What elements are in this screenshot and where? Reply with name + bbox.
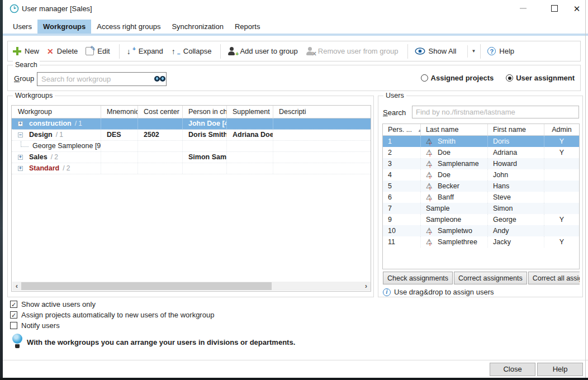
user-row[interactable]: 6 ⚠!Banff Steve <box>383 192 579 203</box>
scroll-left-icon[interactable]: ‹ <box>12 282 21 291</box>
workgroup-search-input[interactable] <box>37 72 167 86</box>
checkbox-checked-icon: ✓ <box>10 311 17 319</box>
column-header-mnemonic[interactable]: Mnemonic <box>101 106 138 118</box>
warning-icon: ⚠! <box>426 193 434 201</box>
show-active-users-checkbox[interactable]: ✓ Show active users only <box>10 300 96 308</box>
show-all-button[interactable]: Show All <box>415 47 457 55</box>
delete-x-icon: ✕ <box>47 47 54 56</box>
column-header-first-name[interactable]: First name <box>488 124 544 135</box>
column-header-supplement[interactable]: Supplement <box>227 106 273 118</box>
plus-icon <box>13 47 21 55</box>
column-header-cost-center[interactable]: Cost center <box>138 106 183 118</box>
column-header-last-name[interactable]: Last name <box>421 124 488 135</box>
edit-button[interactable]: ✎ Edit <box>86 47 110 55</box>
user-search-input[interactable] <box>412 106 579 118</box>
minimize-button[interactable] <box>514 0 533 17</box>
column-header-person-in-charge[interactable]: Person in charge <box>183 106 227 118</box>
expand-plus-icon[interactable]: + <box>18 166 23 171</box>
expand-button[interactable]: ↓+ Expand <box>126 47 163 56</box>
user-row[interactable]: 11 ⚠!Samplethree Jacky Y <box>383 236 579 248</box>
scrollbar-thumb[interactable] <box>21 282 272 290</box>
info-icon: i <box>383 288 391 296</box>
add-user-icon: + <box>227 47 236 55</box>
maximize-icon <box>551 5 558 12</box>
toolbar-separator <box>480 44 481 59</box>
column-header-workgroup[interactable]: Workgroup <box>12 106 101 118</box>
toolbar-separator <box>407 44 408 59</box>
scrollbar-track[interactable] <box>21 282 362 291</box>
checkbox-unchecked-icon <box>10 322 17 329</box>
users-groupbox: Users Search Pers. ...▲ Last name First … <box>378 96 583 297</box>
user-manager-window: User manager [Sales] ✕ Users Workgroups … <box>0 0 588 380</box>
warning-icon: ⚠! <box>426 182 434 190</box>
close-button[interactable]: Close <box>490 363 535 376</box>
workgroups-table-header: Workgroup Mnemonic Cost center Person in… <box>12 106 371 118</box>
help-question-icon: ? <box>487 47 496 55</box>
tab-workgroups[interactable]: Workgroups <box>37 20 91 34</box>
maximize-button[interactable] <box>545 0 564 17</box>
workgroup-row-standard[interactable]: + Standard / 2 <box>12 163 371 174</box>
assigned-projects-radio[interactable]: Assigned projects <box>421 74 494 82</box>
delete-button[interactable]: ✕ Delete <box>47 47 78 56</box>
warning-icon: ⚠! <box>426 227 434 235</box>
tab-users[interactable]: Users <box>7 20 37 34</box>
expand-plus-icon[interactable]: + <box>18 121 23 126</box>
show-all-dropdown-button[interactable]: ▼ <box>471 49 476 54</box>
scroll-right-icon[interactable]: › <box>362 282 371 291</box>
warning-icon: ⚠! <box>426 171 434 179</box>
expand-plus-icon[interactable]: + <box>18 155 23 160</box>
assignment-buttons: Check assignments Correct assignments Co… <box>383 272 580 284</box>
close-window-button[interactable]: ✕ <box>567 0 586 17</box>
collapse-arrow-icon: ↑− <box>171 47 180 56</box>
users-table-header: Pers. ...▲ Last name First name Admin <box>383 124 579 136</box>
collapse-minus-icon[interactable]: − <box>18 132 23 137</box>
correct-assignments-button[interactable]: Correct assignments <box>454 272 527 284</box>
group-label: Group <box>14 74 34 83</box>
background-strip-bottom <box>0 378 588 380</box>
remove-user-from-group-button[interactable]: ✕ Remove user from group <box>306 47 399 55</box>
tip-text: With the workgroups you can arrange your… <box>27 338 295 346</box>
split-button-divider <box>467 45 468 58</box>
tab-reports[interactable]: Reports <box>229 20 266 34</box>
user-row[interactable]: 5 ⚠!Becker Hans <box>383 180 579 192</box>
collapse-button[interactable]: ↑− Collapse <box>171 47 212 56</box>
horizontal-scrollbar[interactable]: ‹ › <box>12 282 371 291</box>
toolbar: New ✕ Delete ✎ Edit ↓+ Expand ↑− Collaps… <box>7 41 581 61</box>
tab-synchronization[interactable]: Synchronization <box>166 20 229 34</box>
column-header-pers-no[interactable]: Pers. ...▲ <box>383 124 421 135</box>
notify-users-checkbox[interactable]: Notify users <box>10 321 60 330</box>
workgroups-legend: Workgroups <box>13 92 55 99</box>
workgroup-row-design[interactable]: − Design / 1 DES 2502 Doris Smith [1] Ad… <box>12 130 371 141</box>
workgroup-row-sales[interactable]: + Sales / 2 Simon Sampl... <box>12 152 371 163</box>
user-row[interactable]: 7 Sample Simon <box>383 203 579 214</box>
workgroup-row-construction[interactable]: + construction / 1 John Doe [4] <box>12 118 371 130</box>
user-assignment-radio[interactable]: User assignment <box>506 74 575 82</box>
chevron-down-icon: ▼ <box>471 49 476 54</box>
binoculars-icon <box>154 76 165 82</box>
assign-projects-automatically-checkbox[interactable]: ✓ Assign projects automatically to new u… <box>10 311 214 319</box>
check-assignments-button[interactable]: Check assignments <box>383 272 453 284</box>
add-user-to-group-button[interactable]: + Add user to group <box>227 47 297 55</box>
title-bar[interactable]: User manager [Sales] ✕ <box>3 0 588 17</box>
correct-all-assignments-button[interactable]: Correct all assignments <box>528 272 580 284</box>
tab-access-right-groups[interactable]: Access right groups <box>91 20 166 34</box>
toolbar-separator <box>220 44 221 59</box>
new-button[interactable]: New <box>13 47 39 55</box>
app-clock-icon <box>10 4 19 13</box>
dragdrop-hint: i Use drag&drop to assign users <box>383 288 494 296</box>
help-button[interactable]: Help <box>537 363 583 376</box>
toolbar-help-button[interactable]: ? Help <box>487 47 514 55</box>
user-row[interactable]: 2 ⚠!Doe Adriana Y <box>383 147 579 158</box>
workgroup-member-row[interactable]: George Sampleone [9] <box>12 141 371 152</box>
radio-circle <box>506 74 513 82</box>
user-row[interactable]: 10 ⚠!Sampletwo Andy <box>383 225 579 236</box>
users-table: Pers. ...▲ Last name First name Admin 1 … <box>382 124 580 269</box>
column-header-admin[interactable]: Admin <box>544 124 579 135</box>
user-row[interactable]: 1 ⚠!Smith Doris Y <box>383 136 579 147</box>
user-row[interactable]: 4 ⚠!Doe John <box>383 169 579 180</box>
user-row[interactable]: 3 ⚠!Samplename Howard <box>383 158 579 169</box>
user-search-label: Search <box>383 108 406 117</box>
background-strip-left <box>0 0 3 380</box>
user-row[interactable]: 9 Sampleone George Y <box>383 214 579 225</box>
column-header-description[interactable]: Descripti <box>273 106 371 118</box>
